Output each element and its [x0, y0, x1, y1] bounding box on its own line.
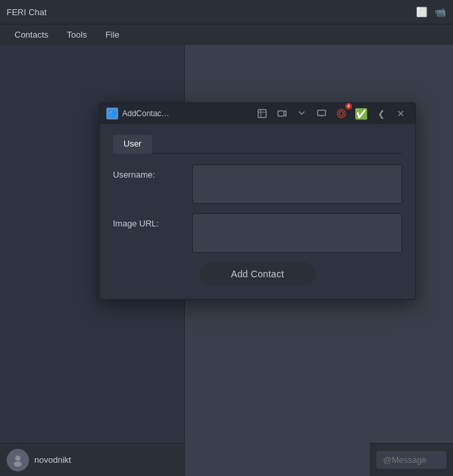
dialog-toolbar: 4 ✅ ❮ ✕: [254, 106, 409, 121]
image-url-label: Image URL:: [113, 213, 192, 228]
svg-point-0: [15, 456, 20, 461]
svg-rect-6: [318, 110, 326, 116]
tab-bar: User: [113, 135, 402, 154]
svg-point-10: [337, 110, 345, 118]
check-icon[interactable]: ✅: [353, 106, 369, 121]
avatar: [7, 449, 29, 471]
menu-file[interactable]: File: [96, 27, 129, 42]
screen-share-icon[interactable]: [314, 106, 330, 121]
add-contact-dialog: 🔷 AddContac…: [99, 102, 416, 300]
message-input[interactable]: [376, 451, 446, 469]
username-label: novodnikt: [34, 455, 71, 465]
svg-rect-5: [278, 111, 284, 116]
message-area: [370, 443, 453, 476]
dialog-icon: 🔷: [106, 108, 118, 119]
menu-contacts[interactable]: Contacts: [5, 27, 57, 42]
add-contact-button[interactable]: Add Contact: [199, 262, 316, 286]
username-input[interactable]: [192, 164, 402, 204]
dialog-title-text: AddContac…: [122, 109, 169, 118]
username-label: Username:: [113, 164, 192, 180]
arrow-icon[interactable]: [294, 106, 310, 121]
tab-user[interactable]: User: [113, 135, 152, 154]
svg-point-1: [14, 461, 22, 467]
dialog-body: User Username: Image URL: Add Contact: [100, 124, 415, 299]
svg-point-9: [339, 112, 343, 116]
menu-bar: Contacts Tools File: [0, 24, 453, 45]
menu-tools[interactable]: Tools: [57, 27, 96, 42]
collapse-icon[interactable]: ❮: [373, 106, 389, 121]
screen-capture-icon[interactable]: ⬜: [415, 5, 428, 18]
close-button[interactable]: ✕: [393, 106, 409, 121]
svg-rect-2: [258, 110, 266, 118]
cursor-tool-icon[interactable]: [254, 106, 270, 121]
app-title: FERI Chat: [7, 7, 47, 17]
dialog-title-left: 🔷 AddContac…: [106, 108, 169, 119]
username-row: Username:: [113, 164, 402, 204]
settings-badge-icon[interactable]: 4: [333, 106, 349, 121]
title-bar-controls: ⬜ 📹: [415, 5, 446, 18]
title-bar: FERI Chat ⬜ 📹: [0, 0, 453, 24]
bottom-bar: novodnikt: [0, 443, 185, 476]
image-url-input[interactable]: [192, 213, 402, 253]
video-icon[interactable]: 📹: [433, 5, 446, 18]
dialog-title-bar: 🔷 AddContac…: [100, 103, 415, 124]
badge-count: 4: [345, 103, 352, 110]
video-call-icon[interactable]: [274, 106, 290, 121]
image-url-row: Image URL:: [113, 213, 402, 253]
